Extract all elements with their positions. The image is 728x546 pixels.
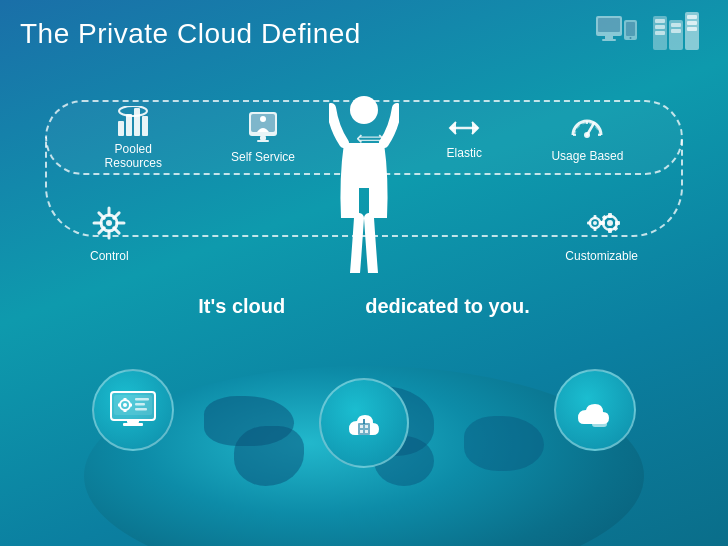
svg-rect-14 — [602, 39, 616, 41]
svg-rect-69 — [135, 408, 147, 411]
helm-icon — [91, 205, 127, 245]
svg-rect-2 — [655, 25, 665, 29]
svg-rect-77 — [363, 419, 365, 424]
globe-area — [0, 326, 728, 546]
svg-rect-12 — [598, 18, 620, 32]
svg-rect-70 — [127, 420, 139, 423]
gears-icon — [580, 205, 624, 245]
svg-rect-16 — [626, 22, 635, 36]
svg-point-25 — [260, 116, 266, 122]
svg-rect-68 — [135, 403, 145, 406]
svg-rect-54 — [608, 228, 612, 233]
svg-rect-64 — [124, 409, 127, 412]
pill-item-elastic: Elastic — [446, 116, 482, 160]
svg-rect-10 — [687, 27, 697, 31]
pooled-resources-label: PooledResources — [105, 142, 162, 171]
svg-line-41 — [99, 213, 104, 218]
continent-5 — [464, 416, 544, 471]
server-icon — [653, 12, 708, 50]
svg-rect-76 — [365, 430, 368, 433]
svg-rect-63 — [124, 398, 127, 401]
usage-based-label: Usage Based — [551, 149, 623, 163]
svg-rect-19 — [126, 114, 132, 136]
arrows-icon — [446, 116, 482, 144]
devices-icon — [596, 16, 638, 54]
svg-rect-57 — [601, 215, 607, 221]
svg-rect-72 — [358, 423, 370, 435]
svg-point-36 — [106, 220, 112, 226]
svg-rect-66 — [129, 404, 132, 407]
customizable-label: Customizable — [565, 249, 638, 263]
svg-rect-9 — [687, 21, 697, 25]
continent-2 — [234, 426, 304, 486]
svg-rect-65 — [118, 404, 121, 407]
svg-rect-75 — [360, 430, 363, 433]
pill-item-pooled-resources: PooledResources — [105, 106, 162, 171]
control-item: Control — [90, 205, 129, 263]
svg-line-44 — [99, 228, 104, 233]
svg-rect-13 — [605, 36, 613, 39]
svg-rect-6 — [671, 29, 681, 33]
speedometer-icon — [570, 113, 604, 147]
right-circle — [554, 369, 636, 451]
tagline-left: It's cloud — [198, 295, 285, 318]
svg-rect-53 — [608, 213, 612, 218]
svg-rect-56 — [615, 221, 620, 225]
customizable-item: Customizable — [565, 205, 638, 263]
svg-rect-3 — [655, 31, 665, 35]
svg-rect-18 — [118, 121, 124, 136]
svg-rect-1 — [655, 19, 665, 23]
pill-item-usage-based: Usage Based — [551, 113, 623, 163]
svg-rect-27 — [257, 140, 269, 142]
svg-line-43 — [114, 213, 119, 218]
svg-rect-49 — [587, 222, 591, 225]
svg-rect-71 — [123, 423, 143, 426]
elastic-label: Elastic — [447, 146, 482, 160]
svg-point-22 — [119, 106, 147, 116]
svg-rect-67 — [135, 398, 149, 401]
svg-rect-48 — [593, 227, 596, 231]
human-figure — [329, 88, 399, 273]
svg-rect-47 — [593, 215, 596, 219]
tagline-right: dedicated to you. — [365, 295, 529, 318]
svg-point-34 — [350, 96, 378, 124]
page-title: The Private Cloud Defined — [20, 18, 361, 50]
svg-rect-5 — [671, 23, 681, 27]
person-board-icon — [249, 112, 277, 148]
svg-line-42 — [114, 228, 119, 233]
svg-rect-20 — [134, 108, 140, 136]
svg-point-17 — [630, 37, 632, 39]
svg-point-46 — [593, 221, 597, 225]
tagline: It's cloud dedicated to you. — [0, 295, 728, 318]
svg-rect-26 — [260, 136, 266, 140]
svg-rect-55 — [600, 221, 605, 225]
control-label: Control — [90, 249, 129, 263]
svg-rect-21 — [142, 116, 148, 136]
svg-point-52 — [607, 220, 613, 226]
bar-chart-icon — [117, 106, 149, 140]
pill-item-self-service: Self Service — [231, 112, 295, 164]
svg-rect-58 — [612, 226, 618, 232]
svg-point-30 — [584, 132, 590, 138]
gear-circle — [92, 369, 174, 451]
center-circle — [319, 378, 409, 468]
svg-point-62 — [123, 403, 127, 407]
svg-rect-74 — [365, 425, 368, 428]
svg-rect-8 — [687, 15, 697, 19]
self-service-label: Self Service — [231, 150, 295, 164]
svg-rect-73 — [360, 425, 363, 428]
